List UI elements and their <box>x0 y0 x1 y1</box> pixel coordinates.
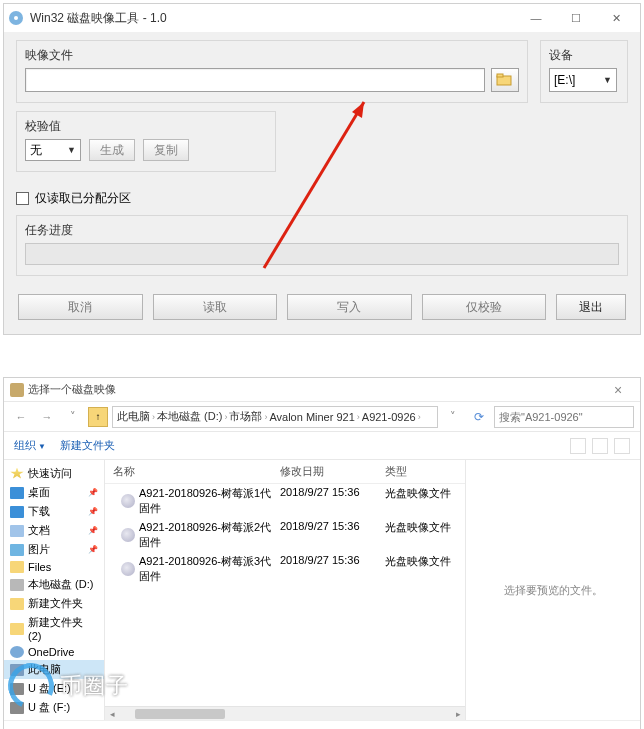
h-scrollbar[interactable]: ◂ ▸ <box>105 706 465 720</box>
disc-image-icon <box>121 494 135 508</box>
preview-message: 选择要预览的文件。 <box>504 583 603 598</box>
sidebar-item-label: 新建文件夹 (2) <box>28 615 98 642</box>
hash-select[interactable]: 无 ▼ <box>25 139 81 161</box>
organize-menu[interactable]: 组织▼ <box>14 438 46 453</box>
generate-button[interactable]: 生成 <box>89 139 135 161</box>
sidebar-item[interactable]: 下载📌 <box>4 502 104 521</box>
col-date[interactable]: 修改日期 <box>280 464 385 479</box>
back-button[interactable]: ← <box>10 406 32 428</box>
breadcrumb-item[interactable]: 此电脑 <box>117 409 150 424</box>
chevron-down-icon: ▼ <box>603 75 612 85</box>
sidebar-item-label: 新建文件夹 <box>28 596 83 611</box>
dialog-footer: 文件名(N): 磁盘映像 (*.img *.IMG) ˅ 打开(O) 取消 <box>4 720 640 729</box>
sidebar-item[interactable]: 本地磁盘 (D:) <box>4 575 104 594</box>
folder-open-icon <box>496 73 514 87</box>
file-row[interactable]: A921-20180926-树莓派1代固件2018/9/27 15:36光盘映像… <box>105 484 465 518</box>
close-button[interactable]: ✕ <box>596 6 636 30</box>
exit-button[interactable]: 退出 <box>556 294 626 320</box>
image-file-group: 映像文件 <box>16 40 528 103</box>
sidebar-item[interactable]: 此电脑 <box>4 660 104 679</box>
sidebar-item-label: U 盘 (E:) <box>28 681 71 696</box>
col-type[interactable]: 类型 <box>385 464 465 479</box>
doc-icon <box>10 525 24 537</box>
scroll-thumb[interactable] <box>135 709 225 719</box>
file-name: A921-20180926-树莓派2代固件 <box>139 520 280 550</box>
minimize-button[interactable]: — <box>516 6 556 30</box>
pic-icon <box>10 544 24 556</box>
file-type: 光盘映像文件 <box>385 486 465 516</box>
file-row[interactable]: A921-20180926-树莓派3代固件2018/9/27 15:36光盘映像… <box>105 552 465 586</box>
chevron-right-icon: › <box>224 412 227 422</box>
help-button[interactable] <box>614 438 630 454</box>
maximize-button[interactable]: ☐ <box>556 6 596 30</box>
file-row[interactable]: A921-20180926-树莓派2代固件2018/9/27 15:36光盘映像… <box>105 518 465 552</box>
breadcrumb-item[interactable]: 市场部 <box>229 409 262 424</box>
preview-toggle-button[interactable] <box>592 438 608 454</box>
breadcrumb[interactable]: 此电脑›本地磁盘 (D:)›市场部›Avalon Miner 921›A921-… <box>112 406 438 428</box>
sidebar-item[interactable]: U 盘 (E:) <box>4 679 104 698</box>
sidebar-item[interactable]: Files <box>4 559 104 575</box>
col-name[interactable]: 名称 <box>105 464 280 479</box>
refresh-button[interactable]: ⟳ <box>468 406 490 428</box>
device-select[interactable]: [E:\] ▼ <box>549 68 617 92</box>
write-button[interactable]: 写入 <box>287 294 412 320</box>
folder-icon <box>10 561 24 573</box>
verify-button[interactable]: 仅校验 <box>422 294 547 320</box>
sidebar-item[interactable]: 桌面📌 <box>4 483 104 502</box>
sidebar-item-label: 本地磁盘 (D:) <box>28 577 93 592</box>
sidebar-item[interactable]: 快速访问 <box>4 464 104 483</box>
pin-icon: 📌 <box>88 507 98 516</box>
column-headers: 名称 修改日期 类型 <box>105 460 465 484</box>
disk-icon <box>10 579 24 591</box>
image-path-input[interactable] <box>25 68 485 92</box>
window-title: Win32 磁盘映像工具 - 1.0 <box>30 10 516 27</box>
close-button[interactable]: × <box>602 382 634 398</box>
chevron-right-icon: › <box>264 412 267 422</box>
checkbox-icon <box>16 192 29 205</box>
pc-icon <box>10 664 24 676</box>
file-name: A921-20180926-树莓派3代固件 <box>139 554 280 584</box>
sidebar-item-label: 下载 <box>28 504 50 519</box>
sidebar-item-label: U 盘 (F:) <box>28 700 70 715</box>
hash-value: 无 <box>30 142 42 159</box>
recent-button[interactable]: ˅ <box>62 406 84 428</box>
chevron-right-icon: › <box>418 412 421 422</box>
sidebar-item[interactable]: 新建文件夹 (2) <box>4 613 104 644</box>
sidebar-item[interactable]: 文档📌 <box>4 521 104 540</box>
image-file-label: 映像文件 <box>25 47 519 64</box>
view-mode-button[interactable] <box>570 438 586 454</box>
copy-button[interactable]: 复制 <box>143 139 189 161</box>
progress-bar <box>25 243 619 265</box>
folder-icon <box>10 598 24 610</box>
svg-rect-3 <box>497 74 503 77</box>
browse-button[interactable] <box>491 68 519 92</box>
dialog-titlebar: 选择一个磁盘映像 × <box>4 378 640 402</box>
forward-button[interactable]: → <box>36 406 58 428</box>
file-type: 光盘映像文件 <box>385 520 465 550</box>
sidebar-item[interactable]: U 盘 (F:) <box>4 698 104 717</box>
preview-pane: 选择要预览的文件。 <box>466 460 640 720</box>
svg-point-1 <box>14 16 18 20</box>
star-icon <box>10 468 24 480</box>
new-folder-button[interactable]: 新建文件夹 <box>60 438 115 453</box>
up-button[interactable]: ↑ <box>88 407 108 427</box>
breadcrumb-item[interactable]: 本地磁盘 (D:) <box>157 409 222 424</box>
sidebar-item[interactable]: OneDrive <box>4 644 104 660</box>
sidebar-item-label: 此电脑 <box>28 662 61 677</box>
read-allocated-only-row[interactable]: 仅读取已分配分区 <box>16 190 628 207</box>
device-label: 设备 <box>549 47 619 64</box>
read-button[interactable]: 读取 <box>153 294 278 320</box>
cancel-button[interactable]: 取消 <box>18 294 143 320</box>
breadcrumb-item[interactable]: A921-0926 <box>362 411 416 423</box>
sidebar-item-label: 快速访问 <box>28 466 72 481</box>
svg-marker-5 <box>352 102 364 118</box>
device-group: 设备 [E:\] ▼ <box>540 40 628 103</box>
app-icon <box>8 10 24 26</box>
usb-icon <box>10 683 24 695</box>
sidebar-item[interactable]: 新建文件夹 <box>4 594 104 613</box>
search-input[interactable] <box>494 406 634 428</box>
breadcrumb-dropdown[interactable]: ˅ <box>442 406 464 428</box>
sidebar-item[interactable]: 图片📌 <box>4 540 104 559</box>
folder-icon <box>10 623 24 635</box>
breadcrumb-item[interactable]: Avalon Miner 921 <box>269 411 354 423</box>
